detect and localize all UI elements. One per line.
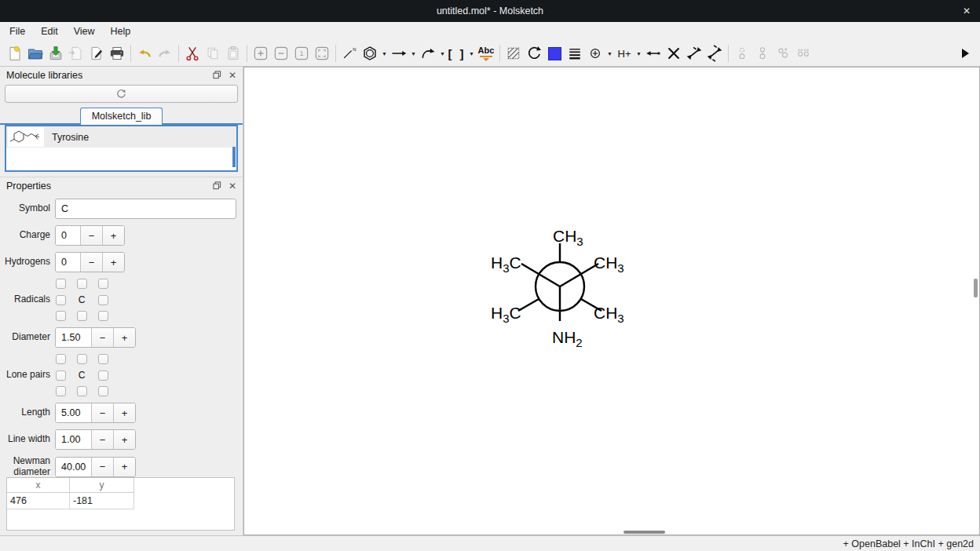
libraries-close-button[interactable]: ✕ (229, 70, 236, 81)
lone-pair-checkbox[interactable] (77, 386, 87, 396)
undo-button[interactable] (134, 43, 155, 64)
atom-label-h3c-lower-left[interactable]: H3C (491, 304, 521, 325)
line-width-minus-button[interactable]: − (91, 430, 113, 449)
zoom-reset-button[interactable]: 1 (291, 43, 312, 64)
paste-button[interactable] (223, 43, 243, 64)
color-picker-button[interactable] (544, 43, 565, 64)
atom-label-ch3-top[interactable]: CH3 (553, 227, 583, 248)
atom-label-nh2-bottom[interactable]: NH2 (552, 328, 583, 349)
copy-button[interactable] (203, 43, 223, 64)
line-width-value[interactable]: 1.00 (56, 430, 91, 449)
front-bonds[interactable] (521, 264, 598, 321)
hydrogens-plus-button[interactable]: + (102, 253, 124, 272)
save-button[interactable] (46, 43, 66, 64)
y-coordinate-cell[interactable]: -181 (70, 493, 134, 509)
mechanism-arrow-button[interactable] (418, 43, 438, 64)
lone-pair-checkbox[interactable] (56, 354, 66, 364)
drawing-canvas[interactable]: CH3 H3C CH3 H3C CH3 NH2 (243, 67, 980, 535)
radical-checkbox[interactable] (77, 311, 87, 321)
tab-molsketch-lib[interactable]: Molsketch_lib (80, 108, 163, 125)
toolbar-overflow-button[interactable] (955, 43, 975, 64)
radical-checkbox[interactable] (56, 311, 66, 321)
length-value[interactable]: 5.00 (56, 403, 91, 422)
library-list-scrollbar[interactable] (232, 147, 236, 167)
menu-file[interactable]: File (2, 24, 33, 39)
radical-checkbox[interactable] (98, 295, 108, 305)
conformer-tool-2-button[interactable] (752, 43, 773, 64)
symbol-input[interactable]: C (55, 199, 236, 219)
hydrogens-value[interactable]: 0 (56, 253, 80, 272)
rotate-tool-button[interactable] (524, 43, 544, 64)
conformer-tool-3-button[interactable] (773, 43, 793, 64)
libraries-float-button[interactable] (213, 71, 221, 79)
selection-tool-button[interactable] (503, 43, 524, 64)
properties-close-button[interactable]: ✕ (229, 181, 236, 192)
conformer-tool-1-button[interactable] (732, 43, 752, 64)
length-minus-button[interactable]: − (91, 403, 113, 422)
reaction-arrow-button[interactable] (389, 43, 409, 64)
ring-tool-dropdown[interactable]: ▼ (380, 43, 389, 64)
brackets-dropdown[interactable]: ▼ (467, 43, 476, 64)
diameter-value[interactable]: 1.50 (56, 328, 91, 347)
menu-edit[interactable]: Edit (33, 24, 66, 39)
charge-plus-button[interactable]: + (102, 226, 124, 245)
newman-diameter-minus-button[interactable]: − (91, 458, 113, 476)
diameter-plus-button[interactable]: + (113, 328, 135, 347)
hydrogens-minus-button[interactable]: − (80, 253, 102, 272)
radical-checkbox[interactable] (56, 295, 66, 305)
diameter-minus-button[interactable]: − (91, 328, 113, 347)
lone-pair-checkbox[interactable] (98, 370, 108, 381)
canvas-vertical-scrollbar[interactable] (974, 279, 978, 297)
lone-pair-checkbox[interactable] (56, 386, 66, 396)
newman-diameter-value[interactable]: 40.00 (56, 458, 91, 476)
delete-tool-button[interactable] (664, 43, 684, 64)
ring-tool-button[interactable] (360, 43, 380, 64)
import-button[interactable] (66, 43, 86, 64)
lone-pair-checkbox[interactable] (56, 370, 66, 381)
open-button[interactable] (25, 43, 46, 64)
zoom-out-button[interactable] (271, 43, 291, 64)
x-coordinate-cell[interactable]: 476 (7, 493, 70, 509)
hydrogen-tool-button[interactable]: H+ (614, 43, 634, 64)
reaction-arrow-dropdown[interactable]: ▼ (409, 43, 418, 64)
lone-pair-checkbox[interactable] (98, 354, 108, 364)
atom-label-h3c-upper-left[interactable]: H3C (491, 254, 521, 275)
charge-minus-button[interactable]: − (80, 226, 102, 245)
newman-diameter-plus-button[interactable]: + (113, 458, 135, 476)
radical-checkbox[interactable] (98, 279, 108, 289)
radical-checkbox[interactable] (56, 279, 66, 289)
hydrogen-tool-dropdown[interactable]: ▼ (634, 43, 643, 64)
line-width-button[interactable] (565, 43, 585, 64)
menu-help[interactable]: Help (103, 24, 139, 39)
text-tool-button[interactable]: Abc (476, 43, 496, 64)
library-list[interactable]: Tyrosine (5, 125, 238, 172)
export-button[interactable] (86, 43, 107, 64)
atom-label-ch3-upper-right[interactable]: CH3 (594, 254, 624, 275)
window-close-button[interactable]: ✕ (963, 0, 971, 22)
zoom-in-button[interactable] (250, 43, 271, 64)
zoom-fit-button[interactable] (312, 43, 332, 64)
charge-value[interactable]: 0 (56, 226, 80, 245)
connect-tool-button[interactable] (643, 43, 664, 64)
flip-horizontal-button[interactable] (684, 43, 704, 64)
list-item-tyrosine[interactable]: Tyrosine (6, 126, 236, 148)
lone-pair-checkbox[interactable] (98, 386, 108, 396)
draw-bond-button[interactable]: N (339, 43, 360, 64)
new-document-button[interactable] (5, 43, 25, 64)
radical-checkbox[interactable] (77, 279, 87, 289)
atom-label-ch3-lower-right[interactable]: CH3 (594, 304, 624, 325)
mechanism-arrow-dropdown[interactable]: ▼ (438, 43, 447, 64)
radical-checkbox[interactable] (98, 311, 108, 321)
redo-button[interactable] (155, 43, 175, 64)
conformer-tool-4-button[interactable] (793, 43, 814, 64)
column-header-y[interactable]: y (70, 478, 134, 493)
column-header-x[interactable]: x (7, 478, 70, 493)
newman-projection[interactable]: CH3 H3C CH3 H3C CH3 NH2 (474, 218, 647, 356)
flip-vertical-button[interactable] (704, 43, 725, 64)
cut-button[interactable] (182, 43, 203, 64)
lone-pair-checkbox[interactable] (77, 354, 87, 364)
line-width-plus-button[interactable]: + (113, 430, 135, 449)
charge-tool-button[interactable] (585, 43, 605, 64)
canvas-horizontal-scrollbar[interactable] (623, 531, 665, 534)
print-button[interactable] (107, 43, 127, 64)
